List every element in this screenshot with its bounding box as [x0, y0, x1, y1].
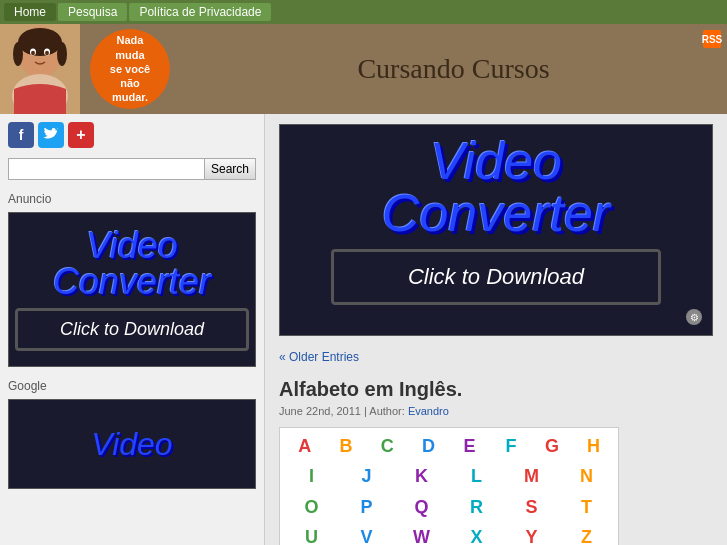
social-icons: f +: [8, 122, 256, 148]
main-download-button[interactable]: Click to Download: [331, 249, 661, 305]
alphabet-letter-b: B: [325, 436, 366, 457]
alphabet-letter-i: I: [284, 466, 339, 487]
sidebar-ad-title: Video Converter: [53, 228, 211, 300]
sidebar-google-ad: Video: [8, 399, 256, 489]
add-icon[interactable]: +: [68, 122, 94, 148]
rss-icon[interactable]: RSS: [703, 30, 721, 48]
alphabet-letter-k: K: [394, 466, 449, 487]
alphabet-letter-t: T: [559, 497, 614, 518]
alphabet-letter-d: D: [408, 436, 449, 457]
alphabet-letter-l: L: [449, 466, 504, 487]
alphabet-letter-x: X: [449, 527, 504, 545]
alphabet-image: ABCDEFGHIJKLMNOPQRSTUVWXYZ: [279, 427, 619, 545]
header: Nada muda se você não mudar. Cursando Cu…: [0, 24, 727, 114]
post-author-link[interactable]: Evandro: [408, 405, 449, 417]
search-bar: Search: [8, 158, 256, 180]
sidebar-google-ad-title: Video: [91, 428, 172, 460]
search-input[interactable]: [8, 158, 205, 180]
anuncio-label: Anuncio: [8, 192, 256, 206]
alphabet-letter-h: H: [573, 436, 614, 457]
svg-point-3: [13, 42, 23, 66]
google-label: Google: [8, 379, 256, 393]
svg-point-2: [18, 28, 62, 56]
ad-settings-icon[interactable]: ⚙: [686, 309, 702, 325]
alphabet-letter-p: P: [339, 497, 394, 518]
alphabet-letter-j: J: [339, 466, 394, 487]
svg-point-7: [31, 51, 35, 55]
site-title: Cursando Cursos: [180, 53, 727, 85]
post-title: Alfabeto em Inglês.: [279, 378, 713, 401]
content-area: Video Converter Click to Download ⚙ « Ol…: [265, 114, 727, 545]
post-date: June 22nd, 2011: [279, 405, 361, 417]
alphabet-letter-e: E: [449, 436, 490, 457]
sidebar-ad-banner: Video Converter Click to Download: [8, 212, 256, 367]
alphabet-letter-s: S: [504, 497, 559, 518]
nav-pesquisa[interactable]: Pesquisa: [58, 3, 127, 21]
alphabet-letter-m: M: [504, 466, 559, 487]
sidebar: f + Search Anuncio Video Converter Click…: [0, 114, 265, 545]
alphabet-letter-q: Q: [394, 497, 449, 518]
alphabet-letter-n: N: [559, 466, 614, 487]
alphabet-letter-w: W: [394, 527, 449, 545]
alphabet-letter-r: R: [449, 497, 504, 518]
sidebar-download-button[interactable]: Click to Download: [15, 308, 249, 351]
alphabet-letter-z: Z: [559, 527, 614, 545]
twitter-bird-icon: [43, 128, 59, 142]
alphabet-letter-a: A: [284, 436, 325, 457]
search-button[interactable]: Search: [205, 158, 256, 180]
alphabet-letter-g: G: [532, 436, 573, 457]
main-ad-banner: Video Converter Click to Download ⚙: [279, 124, 713, 336]
ad-icon-row: ⚙: [290, 309, 702, 325]
alphabet-letter-u: U: [284, 527, 339, 545]
alphabet-letter-y: Y: [504, 527, 559, 545]
header-badge: Nada muda se você não mudar.: [90, 29, 170, 109]
alphabet-letter-c: C: [367, 436, 408, 457]
post-meta: June 22nd, 2011 | Author: Evandro: [279, 405, 713, 417]
svg-point-4: [57, 42, 67, 66]
alphabet-letter-f: F: [490, 436, 531, 457]
older-entries-link[interactable]: « Older Entries: [279, 350, 713, 364]
nav-privacidade[interactable]: Política de Privacidade: [129, 3, 271, 21]
alphabet-letter-v: V: [339, 527, 394, 545]
header-badge-text: Nada muda se você não mudar.: [110, 33, 150, 104]
svg-point-8: [45, 51, 49, 55]
main-ad-title: Video Converter: [382, 135, 610, 239]
alphabet-grid: ABCDEFGHIJKLMNOPQRSTUVWXYZ: [280, 428, 618, 545]
facebook-icon[interactable]: f: [8, 122, 34, 148]
header-person-image: [0, 24, 80, 114]
nav-home[interactable]: Home: [4, 3, 56, 21]
alphabet-letter-o: O: [284, 497, 339, 518]
navbar: Home Pesquisa Política de Privacidade: [0, 0, 727, 24]
main-layout: f + Search Anuncio Video Converter Click…: [0, 114, 727, 545]
twitter-icon[interactable]: [38, 122, 64, 148]
post-author-label: Author:: [369, 405, 404, 417]
person-illustration: [0, 24, 80, 114]
